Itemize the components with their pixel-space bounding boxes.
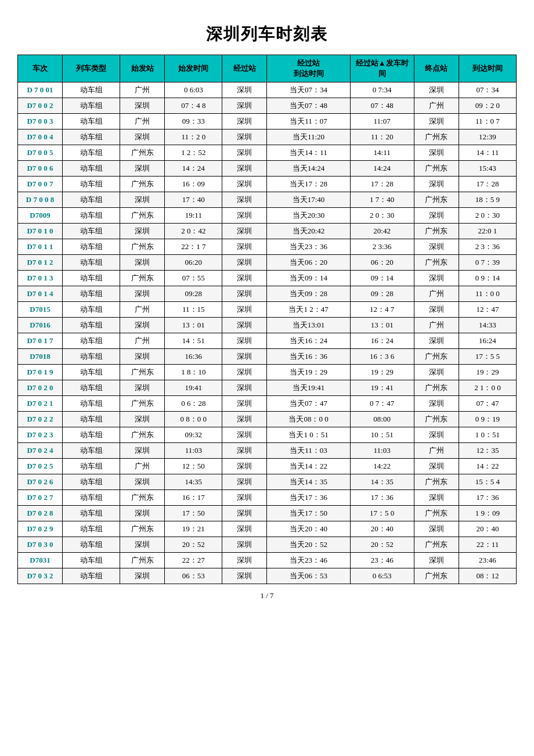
via-dep: 2 0：30 (350, 208, 414, 224)
end-time: 1 9：09 (459, 506, 516, 521)
train-id: D7 0 0 6 (18, 161, 63, 177)
table-row: D7 0 0 5动车组广州东1 2：52深圳当天14：1114:11深圳14：1… (18, 145, 517, 161)
train-id: D7 0 3 2 (18, 568, 63, 584)
start-station: 广州 (120, 302, 165, 318)
schedule-table: 车次 列车类型 始发站 始发时间 经过站 经过站到达时间 经过站▲发车时间 终点… (17, 55, 517, 584)
end-station: 广州东 (414, 224, 459, 239)
end-time: 07：34 (459, 82, 516, 98)
end-station: 深圳 (414, 459, 459, 474)
start-time: 17：40 (165, 192, 222, 208)
train-id: D7 0 2 0 (18, 380, 63, 396)
start-time: 22：27 (165, 553, 222, 568)
via-dep: 13：01 (350, 318, 414, 333)
end-station: 广州东 (414, 255, 459, 271)
end-time: 12：47 (459, 302, 516, 318)
end-time: 15:43 (459, 161, 516, 177)
start-time: 09:32 (165, 427, 222, 443)
train-type: 动车组 (63, 459, 120, 474)
table-row: D7031动车组广州东22：27深圳当天23：4623：46深圳23:46 (18, 553, 517, 568)
via-dep: 23：46 (350, 553, 414, 568)
end-time: 2 3：36 (459, 239, 516, 255)
end-time: 17：36 (459, 490, 516, 506)
header-start-station: 始发站 (120, 55, 165, 82)
end-time: 19：29 (459, 365, 516, 380)
start-station: 深圳 (120, 380, 165, 396)
via-station: 深圳 (222, 333, 267, 349)
via-dep: 17：28 (350, 177, 414, 192)
end-station: 深圳 (414, 427, 459, 443)
via-dep: 2 3:36 (350, 239, 414, 255)
via-station: 深圳 (222, 506, 267, 521)
start-time: 14：24 (165, 161, 222, 177)
start-time: 06：53 (165, 568, 222, 584)
end-station: 深圳 (414, 333, 459, 349)
start-station: 广州东 (120, 145, 165, 161)
via-dep: 20：52 (350, 537, 414, 553)
via-station: 深圳 (222, 286, 267, 302)
via-dep: 14:11 (350, 145, 414, 161)
via-station: 深圳 (222, 365, 267, 380)
via-station: 深圳 (222, 537, 267, 553)
start-time: 11:03 (165, 443, 222, 459)
via-arrive: 当天07：48 (267, 98, 350, 114)
train-id: D7 0 1 7 (18, 333, 63, 349)
end-station: 深圳 (414, 208, 459, 224)
via-station: 深圳 (222, 490, 267, 506)
start-station: 深圳 (120, 412, 165, 427)
start-time: 07：4 8 (165, 98, 222, 114)
header-via-station: 经过站 (222, 55, 267, 82)
via-station: 深圳 (222, 82, 267, 98)
end-station: 深圳 (414, 396, 459, 412)
table-row: D7 0 2 9动车组广州东19：21深圳当天20：4020：40深圳20：40 (18, 521, 517, 537)
header-end-time: 到达时间 (459, 55, 516, 82)
via-arrive: 当天19：29 (267, 365, 350, 380)
table-row: D7 0 0 6动车组深圳14：24深圳当天14:2414:24广州东15:43 (18, 161, 517, 177)
train-type: 动车组 (63, 271, 120, 286)
via-station: 深圳 (222, 224, 267, 239)
end-station: 深圳 (414, 365, 459, 380)
via-station: 深圳 (222, 302, 267, 318)
via-station: 深圳 (222, 98, 267, 114)
via-station: 深圳 (222, 114, 267, 129)
train-type: 动车组 (63, 82, 120, 98)
start-station: 广州东 (120, 490, 165, 506)
table-row: D7018动车组深圳16:36深圳当天16：3616：3 6广州东17：5 5 (18, 349, 517, 365)
table-row: D7 0 2 8动车组深圳17：50深圳当天17：5017：5 0广州东1 9：… (18, 506, 517, 521)
via-station: 深圳 (222, 239, 267, 255)
table-row: D7 0 3 0动车组深圳20：52深圳当天20：5220：52广州东22：11 (18, 537, 517, 553)
start-time: 17：50 (165, 506, 222, 521)
via-station: 深圳 (222, 412, 267, 427)
train-type: 动车组 (63, 443, 120, 459)
train-id: D7009 (18, 208, 63, 224)
via-station: 深圳 (222, 161, 267, 177)
train-id: D7 0 2 2 (18, 412, 63, 427)
start-station: 广州 (120, 459, 165, 474)
train-type: 动车组 (63, 98, 120, 114)
start-station: 深圳 (120, 474, 165, 490)
start-station: 广州东 (120, 208, 165, 224)
via-arrive: 当天08：0 0 (267, 412, 350, 427)
start-time: 0 6：28 (165, 396, 222, 412)
table-row: D7 0 2 7动车组广州东16：17深圳当天17：3617：36深圳17：36 (18, 490, 517, 506)
end-time: 22:0 1 (459, 224, 516, 239)
table-row: D7 0 1 2动车组深圳06:20深圳当天06：2006：20广州东0 7：3… (18, 255, 517, 271)
table-row: D7 0 2 3动车组广州东09:32深圳当天1 0：5110：51深圳1 0：… (18, 427, 517, 443)
start-station: 广州东 (120, 239, 165, 255)
via-station: 深圳 (222, 474, 267, 490)
via-station: 深圳 (222, 271, 267, 286)
via-arrive: 当天14：11 (267, 145, 350, 161)
end-station: 广州东 (414, 474, 459, 490)
train-type: 动车组 (63, 114, 120, 129)
end-station: 广州东 (414, 161, 459, 177)
train-id: D7 0 1 3 (18, 271, 63, 286)
end-station: 深圳 (414, 177, 459, 192)
table-row: D7 0 0 3动车组广州09：33深圳当天11：0711:07深圳11：0 7 (18, 114, 517, 129)
train-id: D7 0 0 2 (18, 98, 63, 114)
start-time: 12：50 (165, 459, 222, 474)
table-row: D7 0 1 9动车组广州东1 8：10深圳当天19：2919：29深圳19：2… (18, 365, 517, 380)
end-time: 12：35 (459, 443, 516, 459)
via-arrive: 当天19:41 (267, 380, 350, 396)
via-arrive: 当天06：53 (267, 568, 350, 584)
via-arrive: 当天23：36 (267, 239, 350, 255)
via-arrive: 当天07：34 (267, 82, 350, 98)
